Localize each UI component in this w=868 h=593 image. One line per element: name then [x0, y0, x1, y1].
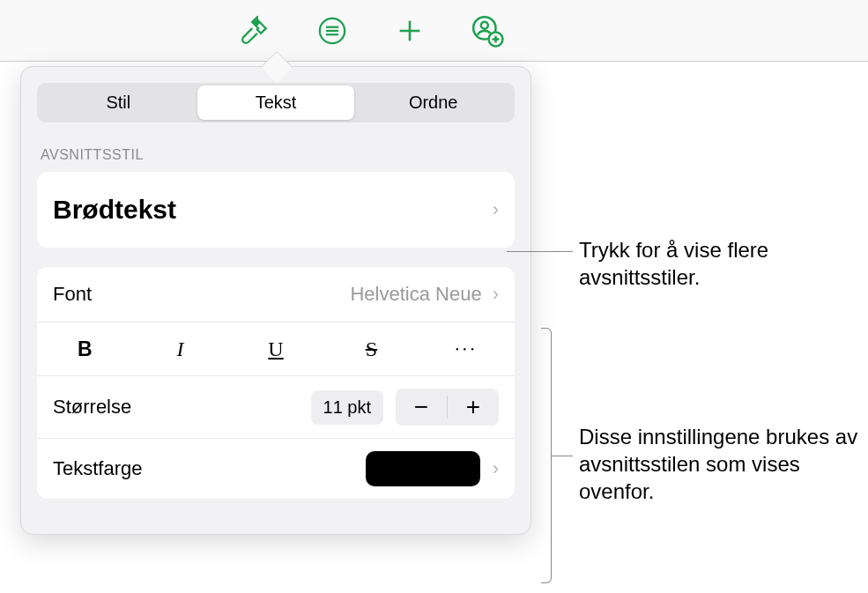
- paragraph-style-row[interactable]: Brødtekst ›: [37, 172, 515, 248]
- text-settings-card: Font Helvetica Neue › B I U S ●●● Større…: [37, 267, 515, 499]
- size-value[interactable]: 11 pkt: [311, 390, 383, 425]
- collaborate-icon[interactable]: [471, 14, 504, 48]
- chevron-right-icon: ›: [493, 457, 499, 480]
- font-value: Helvetica Neue: [350, 283, 481, 306]
- format-brush-icon[interactable]: [238, 14, 271, 48]
- paragraph-style-value: Brødtekst: [53, 195, 176, 225]
- paragraph-style-card: Brødtekst ›: [37, 172, 515, 248]
- annotation-paragraph-styles: Trykk for å vise flere avsnittsstiler.: [579, 236, 861, 291]
- plus-icon[interactable]: [393, 14, 427, 48]
- size-stepper: − +: [396, 389, 499, 426]
- chevron-right-icon: ›: [493, 198, 499, 221]
- text-color-swatch[interactable]: [366, 451, 480, 486]
- format-bar: B I U S ●●●: [37, 322, 515, 376]
- list-circle-icon[interactable]: [315, 14, 349, 48]
- annotation-settings: Disse innstillingene brukes av avsnittss…: [579, 423, 861, 506]
- text-color-row[interactable]: Tekstfarge ›: [37, 439, 515, 499]
- svg-point-7: [481, 21, 488, 28]
- more-formatting-button[interactable]: ●●●: [419, 333, 515, 365]
- callout-line: [552, 456, 573, 456]
- font-label: Font: [53, 283, 92, 306]
- size-increase-button[interactable]: +: [448, 389, 499, 426]
- tab-ordne[interactable]: Ordne: [354, 85, 512, 120]
- underline-button[interactable]: U: [228, 333, 323, 365]
- font-row[interactable]: Font Helvetica Neue ›: [37, 267, 515, 322]
- segmented-control: Stil Tekst Ordne: [37, 83, 515, 122]
- callout-bracket: [541, 328, 552, 583]
- strikethrough-button[interactable]: S: [323, 333, 419, 365]
- bold-button[interactable]: B: [37, 333, 132, 365]
- size-label: Størrelse: [53, 396, 131, 419]
- italic-button[interactable]: I: [132, 333, 227, 365]
- chevron-right-icon: ›: [493, 283, 499, 306]
- section-label-avsnittsstil: AVSNITTSSTIL: [41, 147, 511, 163]
- tab-stil[interactable]: Stil: [40, 85, 197, 120]
- callout-line: [507, 251, 573, 252]
- size-decrease-button[interactable]: −: [396, 389, 447, 426]
- format-panel: Stil Tekst Ordne AVSNITTSSTIL Brødtekst …: [20, 66, 531, 535]
- toolbar: [0, 0, 868, 62]
- size-row: Størrelse 11 pkt − +: [37, 376, 515, 439]
- tab-tekst[interactable]: Tekst: [197, 85, 355, 120]
- text-color-label: Tekstfarge: [53, 457, 143, 480]
